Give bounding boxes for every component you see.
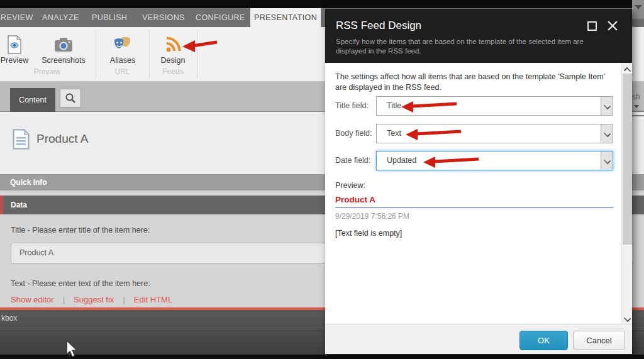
title-field-label: Title - Please enter title of the item h… xyxy=(11,226,150,235)
publish-partial-label: sh xyxy=(632,92,640,101)
text-field-links: Show editor|Suggest fix|Edit HTML xyxy=(11,295,172,304)
ok-button[interactable]: OK xyxy=(519,331,568,350)
text-field-label: Text - Please enter text of the item her… xyxy=(11,279,150,288)
body-field-row-label: Body field: xyxy=(335,124,375,143)
title-field-select[interactable]: Title xyxy=(376,96,613,116)
tab-versions[interactable]: VERSIONS xyxy=(142,8,185,27)
design-button-label: Design xyxy=(161,56,186,65)
body-field-row: Body field: Text xyxy=(325,124,632,143)
rss-feed-icon xyxy=(165,35,181,55)
date-field-row-label: Date field: xyxy=(335,151,375,170)
mouse-cursor xyxy=(66,341,80,358)
maximize-button[interactable] xyxy=(587,21,597,31)
chevron-down-icon xyxy=(601,152,613,170)
item-title: Product A xyxy=(36,132,88,146)
ribbon-separator xyxy=(149,30,150,79)
dialog-description: The settings affect how all items that a… xyxy=(335,72,613,93)
theater-masks-icon xyxy=(113,35,132,55)
checkbox-section-partial-label: kbox xyxy=(1,314,17,323)
close-button[interactable] xyxy=(606,19,619,32)
body-field-select-value: Text xyxy=(387,124,401,143)
preview-rule xyxy=(335,207,613,208)
dialog-title: RSS Feed Design xyxy=(336,19,421,32)
title-field-row: Title field: Title xyxy=(325,96,632,116)
document-preview-icon xyxy=(7,35,22,55)
edit-html-link[interactable]: Edit HTML xyxy=(134,295,172,304)
tab-content[interactable]: Content xyxy=(10,88,55,112)
ribbon-separator xyxy=(197,30,197,79)
rss-feed-design-dialog: RSS Feed Design Specify how the items th… xyxy=(325,9,632,354)
ribbon-right-corner xyxy=(632,0,644,19)
title-field-select-value: Title xyxy=(387,97,401,115)
body-field-select[interactable]: Text xyxy=(376,124,613,143)
dialog-scrollbar[interactable] xyxy=(621,63,632,324)
chevron-down-icon xyxy=(601,97,613,115)
scrollbar-up-arrow[interactable] xyxy=(622,63,633,73)
tab-presentation[interactable]: PRESENTATION xyxy=(250,8,321,27)
preview-body-text: [Text field is empty] xyxy=(335,229,402,238)
aliases-button[interactable]: Aliases xyxy=(98,35,147,67)
preview-date: 9/29/2019 7:56:26 PM xyxy=(335,212,409,221)
dialog-footer: OK Cancel xyxy=(325,324,632,354)
double-rule xyxy=(632,111,644,116)
link-separator: | xyxy=(123,295,125,304)
title-field-row-label: Title field: xyxy=(335,96,375,116)
tab-publish[interactable]: PUBLISH xyxy=(92,8,127,27)
search-button[interactable] xyxy=(60,89,81,108)
data-header-strip xyxy=(0,196,3,214)
search-icon xyxy=(65,92,76,104)
dialog-subtitle: Specify how the items that are based on … xyxy=(336,37,594,56)
link-separator: | xyxy=(63,295,65,304)
dropdown-caret-icon[interactable] xyxy=(635,5,642,9)
date-field-select-value: Updated xyxy=(387,152,416,170)
cancel-button[interactable]: Cancel xyxy=(573,331,625,350)
date-field-row: Date field: Updated xyxy=(325,151,632,170)
show-editor-link[interactable]: Show editor xyxy=(11,295,54,304)
scrollbar-down-arrow[interactable] xyxy=(622,314,633,324)
ribbon-group-feeds: Feeds xyxy=(150,67,196,79)
suggest-fix-link[interactable]: Suggest fix xyxy=(74,295,114,304)
data-header-label: Data xyxy=(11,201,27,209)
tab-review[interactable]: REVIEW xyxy=(1,8,33,27)
preview-button[interactable]: Preview xyxy=(0,35,29,67)
item-document-icon xyxy=(13,129,30,152)
tab-analyze[interactable]: ANALYZE xyxy=(42,8,79,27)
sitecore-content-editor: REVIEW ANALYZE PUBLISH VERSIONS CONFIGUR… xyxy=(0,0,644,359)
screenshots-button[interactable]: Screenshots xyxy=(35,35,92,67)
design-button[interactable]: Design xyxy=(151,35,195,67)
ribbon-separator xyxy=(96,30,96,79)
ribbon-group-url: URL xyxy=(96,67,148,79)
scrollbar-thumb[interactable] xyxy=(623,74,632,245)
tab-configure[interactable]: CONFIGURE xyxy=(196,8,245,27)
screenshots-button-label: Screenshots xyxy=(42,56,85,65)
date-field-select[interactable]: Updated xyxy=(376,151,613,170)
ribbon-group-preview: Preview xyxy=(0,67,94,79)
preview-button-label: Preview xyxy=(1,56,28,65)
dialog-header: RSS Feed Design Specify how the items th… xyxy=(325,9,632,63)
preview-label: Preview: xyxy=(335,181,365,190)
publish-dropdown-partial[interactable]: sh xyxy=(632,92,644,110)
bottom-edge xyxy=(0,355,644,359)
dialog-body: The settings affect how all items that a… xyxy=(325,63,632,324)
top-chrome-strip xyxy=(0,0,644,8)
aliases-button-label: Aliases xyxy=(110,56,135,65)
preview-item-title: Product A xyxy=(335,195,375,204)
camera-icon xyxy=(54,35,73,55)
chevron-down-icon xyxy=(601,124,613,143)
caret-down-icon xyxy=(634,105,639,108)
